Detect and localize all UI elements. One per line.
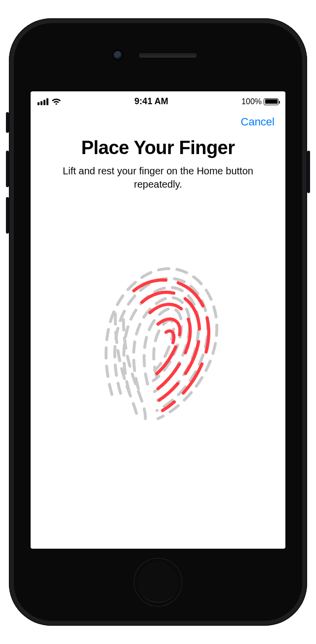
volume-down-button: [6, 197, 9, 234]
nav-bar: Cancel: [31, 110, 285, 132]
battery-label: 100%: [241, 97, 262, 106]
wifi-icon: [51, 98, 61, 105]
screen: 9:41 AM 100% Cancel: [31, 91, 285, 549]
content: Place Your Finger Lift and rest your fin…: [31, 132, 285, 423]
phone-frame: 9:41 AM 100% Cancel: [9, 18, 307, 626]
front-camera-icon: [114, 51, 122, 60]
status-right: 100%: [241, 97, 278, 106]
status-left: [38, 98, 61, 105]
power-button: [307, 151, 310, 193]
page-title: Place Your Finger: [44, 137, 272, 159]
sensor-group: [14, 51, 302, 60]
stage: 9:41 AM 100% Cancel: [0, 0, 316, 644]
home-button[interactable]: [134, 559, 182, 606]
earpiece-icon: [138, 52, 198, 58]
cancel-button[interactable]: Cancel: [239, 113, 276, 131]
battery-indicator: 100%: [241, 97, 278, 106]
mute-switch: [6, 112, 9, 133]
fingerprint-graphic: [44, 250, 272, 423]
fingerprint-icon: [89, 250, 227, 423]
status-time: 9:41 AM: [134, 96, 168, 107]
cellular-signal-icon: [38, 98, 48, 105]
battery-icon: [264, 98, 278, 105]
phone-bezel: 9:41 AM 100% Cancel: [14, 23, 302, 621]
page-subtitle: Lift and rest your finger on the Home bu…: [54, 164, 262, 191]
status-bar: 9:41 AM 100%: [31, 91, 285, 110]
volume-up-button: [6, 151, 9, 187]
